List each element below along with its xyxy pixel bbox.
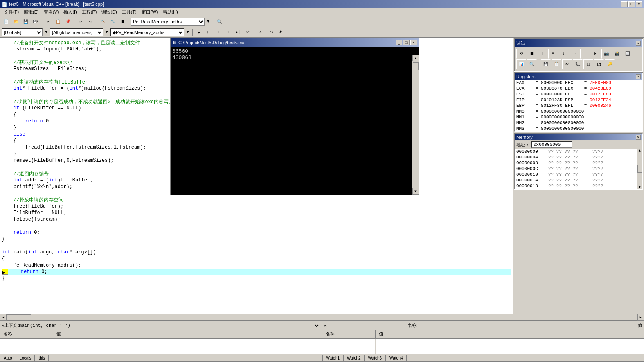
stop-button[interactable]: ⏹ [118,17,127,26]
scroll-h-track[interactable] [7,314,637,320]
debug-btn-8[interactable]: 🔲 [623,49,633,59]
undo-button[interactable]: ↩ [76,17,85,26]
debug-btn-reg[interactable]: 📋 [552,59,561,69]
debug-btn-4[interactable]: ≡ [548,49,558,59]
cut-button[interactable]: ✂ [44,17,53,26]
debug-btn-7[interactable]: 📸 [612,49,622,59]
memory-scroll-up[interactable]: ▲ [637,149,642,152]
code-scrollbar-h[interactable]: ◄ ► [0,314,644,320]
memory-close-button[interactable]: × [636,135,641,140]
debug-btn-1[interactable]: ⟲ [516,49,526,59]
menu-file[interactable]: 文件(F) [2,8,21,16]
new-button[interactable]: 📄 [2,17,11,26]
menu-tools[interactable]: 工具(T) [119,8,139,16]
register-row: EBP = 0012FF80 EFL = 00000246 [515,103,642,109]
menu-help[interactable]: 帮助(H) [160,8,180,16]
members-combo[interactable]: [All global members] [50,28,103,36]
scope-combo[interactable]: [Globals] [2,28,43,36]
debug-btn-mem[interactable]: 💾 [541,59,551,69]
tab-locals[interactable]: Locals [16,355,35,361]
tab-watch4[interactable]: Watch4 [385,355,407,361]
scroll-right-button[interactable]: ► [637,314,644,321]
console-scroll-down[interactable]: ▼ [412,188,419,195]
title-bar-text: test5 - Microsoft Visual C++ [break] - [… [9,2,621,7]
console-title-bar: 🖥 C:\Projects\test5\Debug\test5.exe _ □ … [171,38,419,47]
console-line-2: 430068 [172,54,417,61]
maximize-button[interactable]: □ [628,1,635,7]
rebuild-button[interactable]: 🔧 [108,17,117,26]
watch-button[interactable]: 👁 [276,28,285,37]
registers-close-button[interactable]: × [636,74,641,79]
console-scroll-up[interactable]: ▲ [412,55,419,61]
tab-watch3[interactable]: Watch3 [365,355,386,361]
debug-btn-step-over[interactable]: → [570,49,579,59]
menu-view[interactable]: 查看(V) [41,8,61,16]
watch-col-value-header: 值 [376,330,644,338]
go-button[interactable]: ▶ [194,28,203,37]
bottom-right-content [322,339,644,354]
copy-button[interactable]: 📋 [54,17,63,26]
members-arrow[interactable]: ▼ [104,28,110,37]
combo-arrow[interactable]: ▼ [205,17,211,26]
debug-btn-6[interactable]: 📷 [601,49,611,59]
step-out-button[interactable]: ↑F [224,28,233,37]
menu-window[interactable]: 窗口(W) [139,8,160,16]
debug-btn-step-out[interactable]: ↑ [580,49,590,59]
sep6 [192,29,193,36]
debug-btn-9[interactable]: 📊 [516,59,526,69]
scroll-left-button[interactable]: ◄ [0,314,7,321]
menu-edit[interactable]: 编辑(E) [21,8,41,16]
console-minimize-button[interactable]: _ [396,40,402,45]
step-over-button[interactable]: →F [214,28,223,37]
find-button[interactable]: 🔍 [215,17,224,26]
console-close-button[interactable]: × [410,40,417,45]
console-title-icon: 🖥 [172,40,177,45]
close-button[interactable]: × [636,1,642,7]
debug-btn-13[interactable]: 🔑 [605,59,615,69]
menu-project[interactable]: 工程(P) [79,8,99,16]
menu-debug[interactable]: 调试(D) [99,8,119,16]
build-button[interactable]: 🔨 [99,17,108,26]
context-dropdown[interactable]: ▼ [315,322,320,329]
redo-button[interactable]: ↪ [86,17,95,26]
debug-btn-step-into[interactable]: ↓ [559,49,569,59]
memory-scroll-down[interactable]: ▼ [637,185,642,189]
set-next-button[interactable]: ⟳ [243,28,252,37]
save-all-button[interactable]: 💾+ [31,17,40,26]
debug-btn-2[interactable]: ⏹ [527,49,537,59]
open-button[interactable]: 📂 [11,17,20,26]
run-cursor-button[interactable]: ►| [234,28,243,37]
console-window[interactable]: 🖥 C:\Projects\test5\Debug\test5.exe _ □ … [170,38,419,195]
debug-close-button[interactable]: × [636,41,641,46]
debug-btn-call[interactable]: 📞 [573,59,583,69]
step-into-button[interactable]: ↓F [204,28,213,37]
watch-value-header: 值 [638,322,642,328]
save-button[interactable]: 💾 [21,17,30,26]
paste-button[interactable]: 📌 [63,17,72,26]
debug-btn-watch[interactable]: 👁 [562,59,572,69]
function-arrow[interactable]: ▼ [185,28,191,37]
scope-arrow[interactable]: ▼ [43,28,49,37]
show-next-button[interactable]: ⊙ [256,28,265,37]
minimize-button[interactable]: _ [621,1,628,7]
tab-watch2[interactable]: Watch2 [343,355,365,361]
console-maximize-button[interactable]: □ [403,40,410,45]
class-combo[interactable]: Pe_ReadMemory_addrs [131,18,205,26]
memory-scrollbar[interactable]: ▲ ▼ [637,149,642,189]
console-scrollbar[interactable]: ▲ ▼ [412,55,419,195]
tab-auto[interactable]: Auto [0,355,16,361]
debug-btn-10[interactable]: 🔍 [527,59,537,69]
debug-btn-12[interactable]: 🗂 [594,59,604,69]
address-input[interactable] [531,141,572,148]
hex-button[interactable]: HEX [266,28,275,37]
menu-insert[interactable]: 插入(I) [61,8,79,16]
console-scroll-thumb[interactable] [413,62,419,70]
debug-btn-11[interactable]: □ [583,59,593,69]
scroll-h-thumb[interactable] [7,314,31,320]
debug-btn-3[interactable]: ⏸ [538,49,547,59]
memory-scroll-thumb[interactable] [637,165,642,173]
tab-watch1[interactable]: Watch1 [322,355,344,361]
debug-btn-5[interactable]: ⏵ [591,49,601,59]
tab-this[interactable]: this [35,355,49,361]
function-combo[interactable]: ◆Pe_ReadMemory_addrs [110,28,184,36]
